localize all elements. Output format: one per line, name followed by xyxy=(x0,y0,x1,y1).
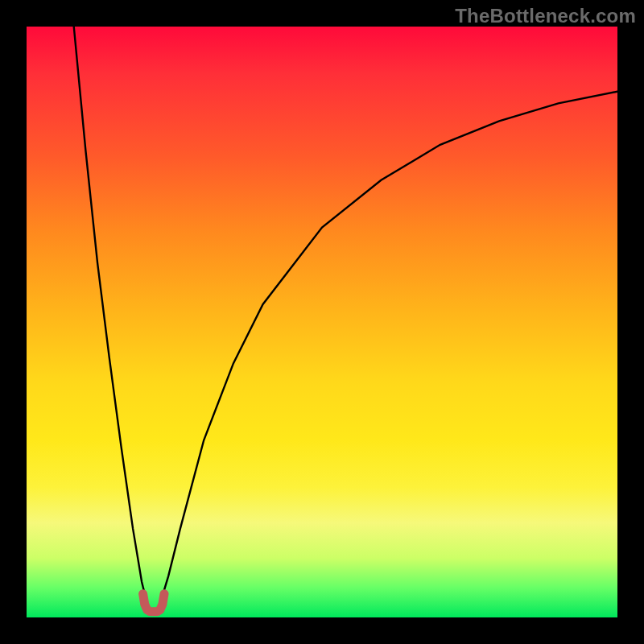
curve-layer xyxy=(27,27,617,617)
attribution-text: TheBottleneck.com xyxy=(455,5,636,27)
plot-area xyxy=(27,27,617,617)
bottleneck-curve-left xyxy=(74,27,148,605)
notch-marker xyxy=(143,594,164,612)
chart-frame: TheBottleneck.com xyxy=(0,0,644,644)
bottleneck-curve-right xyxy=(159,92,617,606)
